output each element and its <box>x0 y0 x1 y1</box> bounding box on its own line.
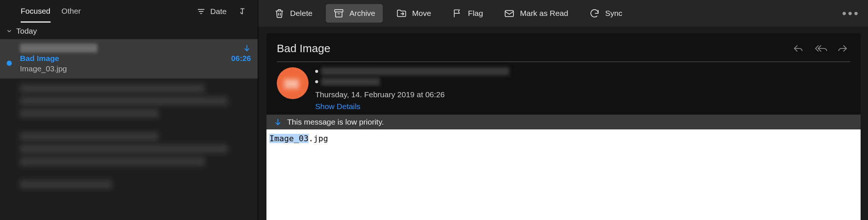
archive-icon <box>333 8 344 19</box>
app-root: Focused Other Date <box>0 0 868 220</box>
filter-icon <box>196 6 207 17</box>
envelope-icon <box>504 8 515 19</box>
reply-all-button[interactable] <box>814 43 827 54</box>
redacted-to <box>321 78 380 86</box>
priority-banner: This message is low priority. <box>266 115 861 129</box>
toolbar-label: Sync <box>605 9 623 18</box>
dot-icon <box>848 12 852 15</box>
message-sender-row <box>20 44 251 53</box>
message-content: Bad Image <box>266 33 861 220</box>
redacted-sender <box>20 44 97 53</box>
toolbar-label: Move <box>412 9 431 18</box>
to-line <box>315 78 509 86</box>
more-actions-button[interactable] <box>840 12 860 15</box>
archive-button[interactable]: Archive <box>326 4 383 23</box>
reply-button[interactable] <box>792 43 805 54</box>
message-date: Thursday, 14. February 2019 at 06:26 <box>315 90 509 99</box>
delete-button[interactable]: Delete <box>266 4 320 23</box>
dot-icon <box>843 12 846 15</box>
message-item-redacted[interactable] <box>0 175 258 198</box>
message-subject: Bad Image <box>20 54 59 63</box>
filter-label: Date <box>210 7 227 16</box>
mark-read-button[interactable]: Mark as Read <box>496 4 576 23</box>
section-header-today[interactable]: Today <box>0 23 258 39</box>
message-subject-title: Bad Image <box>277 42 792 55</box>
tab-other[interactable]: Other <box>62 1 81 23</box>
toolbar-label: Archive <box>349 9 375 18</box>
sender-avatar[interactable] <box>277 67 309 99</box>
message-time: 06:26 <box>231 54 251 63</box>
message-meta: Thursday, 14. February 2019 at 06:26 Sho… <box>266 62 861 115</box>
low-priority-arrow-icon <box>243 44 251 52</box>
low-priority-arrow-icon <box>274 118 282 126</box>
tabs-row: Focused Other Date <box>0 0 258 23</box>
toolbar-label: Flag <box>468 9 483 18</box>
svg-rect-7 <box>334 10 343 12</box>
reading-pane: Delete Archive <box>258 0 868 220</box>
flag-icon <box>452 8 463 19</box>
folder-move-icon <box>396 8 407 19</box>
toolbar-label: Mark as Read <box>520 9 568 18</box>
message-item-selected[interactable]: Bad Image 06:26 Image_03.jpg <box>0 39 258 79</box>
meta-text: Thursday, 14. February 2019 at 06:26 Sho… <box>315 67 509 111</box>
flag-button[interactable]: Flag <box>444 4 490 23</box>
trash-icon <box>274 8 285 19</box>
bullet-icon <box>315 80 318 83</box>
tab-focused[interactable]: Focused <box>21 1 51 23</box>
toolbar-label: Delete <box>290 9 313 18</box>
message-body[interactable]: Image_03.jpg <box>266 129 861 220</box>
show-details-link[interactable]: Show Details <box>315 102 509 111</box>
dot-icon <box>854 12 858 15</box>
from-line <box>315 67 509 75</box>
svg-rect-9 <box>505 11 514 17</box>
list-actions: Date <box>196 6 248 17</box>
message-preview: Image_03.jpg <box>20 64 251 73</box>
bullet-icon <box>315 70 318 73</box>
subject-row: Bad Image <box>266 33 861 61</box>
body-text: .jpg <box>309 134 328 143</box>
sync-button[interactable]: Sync <box>582 4 630 23</box>
avatar-initials-redacted <box>284 79 299 89</box>
sync-icon <box>589 8 600 19</box>
message-list: Bad Image 06:26 Image_03.jpg <box>0 39 258 220</box>
filter-button[interactable]: Date <box>196 6 227 17</box>
chevron-down-icon <box>6 28 13 34</box>
message-toolbar: Delete Archive <box>258 0 868 27</box>
redacted-from <box>321 67 509 75</box>
priority-text: This message is low priority. <box>287 118 384 126</box>
inbox-tabs: Focused Other <box>21 1 196 23</box>
message-item-redacted[interactable] <box>0 127 258 175</box>
unread-dot-icon <box>7 61 12 66</box>
section-label: Today <box>16 27 37 35</box>
sort-toggle-icon[interactable] <box>237 6 248 17</box>
reply-actions <box>792 43 849 54</box>
message-title-row: Bad Image 06:26 <box>20 54 251 63</box>
message-item-redacted[interactable] <box>0 79 258 127</box>
move-button[interactable]: Move <box>389 4 438 23</box>
message-list-panel: Focused Other Date <box>0 0 258 220</box>
body-highlighted-text: Image_03 <box>269 134 309 143</box>
forward-button[interactable] <box>836 43 849 54</box>
